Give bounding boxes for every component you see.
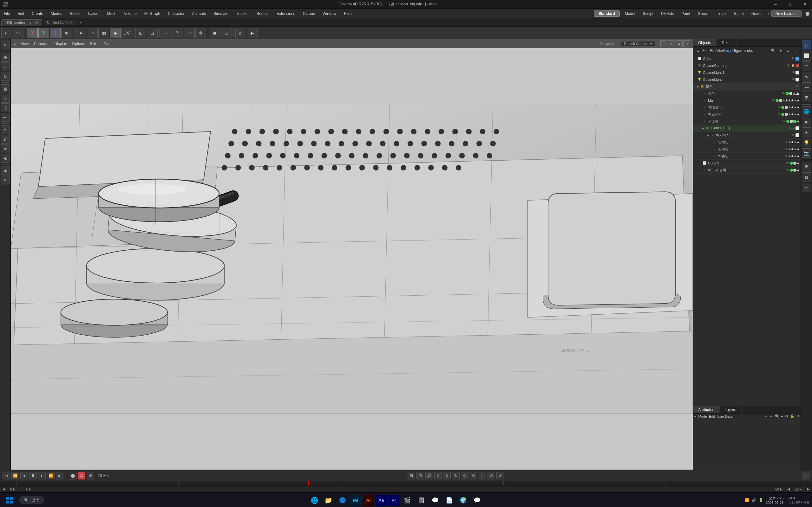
menu-window[interactable]: Window: [319, 9, 340, 18]
tl-key-btn[interactable]: ⊕: [87, 472, 94, 480]
attrs-gear-icon[interactable]: ⚙: [785, 414, 788, 418]
tl-extra7[interactable]: ⊘: [461, 472, 468, 480]
vp-cam-btn4[interactable]: ⊡: [683, 40, 690, 47]
is-material-icon[interactable]: ◈: [802, 127, 811, 137]
ob-sort[interactable]: ↕: [792, 47, 799, 54]
attrs-forward[interactable]: →: [769, 414, 773, 418]
add-layout-button[interactable]: +: [766, 11, 771, 16]
attrs-user-data[interactable]: User Data: [717, 414, 733, 418]
add-tab-button[interactable]: +: [77, 19, 84, 26]
tb-uv[interactable]: UV: [121, 28, 132, 38]
tl-play-stop[interactable]: ⏸: [29, 472, 37, 480]
obj-block-group[interactable]: ▶ ⊞ 블록 👁: [693, 83, 801, 90]
tb-cinema4d[interactable]: 🎬: [401, 494, 414, 507]
tb-explorer[interactable]: 📁: [322, 494, 335, 507]
attrs-mode[interactable]: Mode: [698, 414, 707, 418]
menu-render[interactable]: Render: [253, 9, 273, 18]
tb-kakaotalk[interactable]: 💬: [429, 494, 442, 507]
tb-select-box[interactable]: □: [221, 28, 232, 38]
is-render-icon[interactable]: ▶: [802, 117, 811, 126]
attrs-edit[interactable]: Edit: [709, 414, 715, 418]
toggle-switch[interactable]: ⬤: [803, 11, 812, 16]
window-controls[interactable]: ─ □ ✕: [768, 0, 812, 9]
tl-extra4[interactable]: ⊕: [434, 472, 442, 480]
start-button[interactable]: [3, 493, 16, 507]
tb-snap2[interactable]: ⊡: [147, 28, 158, 38]
tl-extra6[interactable]: ↻: [452, 472, 460, 480]
obj-mw-vis[interactable]: 👁: [777, 112, 780, 116]
ob-add[interactable]: +: [777, 47, 784, 54]
menu-mesh[interactable]: Mesh: [103, 9, 120, 18]
tl-next-frame[interactable]: ⏩: [47, 472, 55, 480]
menu-file[interactable]: File: [0, 9, 14, 18]
lt-polygon[interactable]: ▦: [1, 84, 10, 93]
menu-tracker[interactable]: Tracker: [232, 9, 252, 18]
tl-extra1[interactable]: ⊞: [408, 472, 415, 480]
is-spline-icon[interactable]: ∿: [802, 72, 811, 81]
obj-emoji-vis[interactable]: 👁: [786, 168, 789, 172]
is-generator-icon[interactable]: ⊞: [802, 93, 811, 102]
vp-cam-btn3[interactable]: ●: [676, 40, 682, 47]
fb-zoom-left[interactable]: ◀: [787, 487, 790, 491]
layout-nodes[interactable]: Nodes: [748, 9, 766, 18]
tab-objects[interactable]: Objects: [693, 39, 716, 46]
menu-animate[interactable]: Animate: [189, 9, 210, 18]
obj-cat-vis[interactable]: 👁: [777, 106, 780, 109]
tl-extra5[interactable]: ⊗: [443, 472, 451, 480]
ob-bookmarks[interactable]: Bookmarks: [740, 47, 747, 54]
obj-contacts[interactable]: ▫ 구소록 👁: [693, 118, 801, 125]
obj-octane-light[interactable]: 💡 OctaneLight 👁: [693, 76, 801, 83]
lt-scale[interactable]: ⤢: [1, 62, 10, 71]
file-tab-1[interactable]: 메일_motion_ing... ✕: [1, 19, 42, 26]
obj-emoji-block[interactable]: ▫ 이모지 블록 👁: [693, 167, 801, 174]
tb-z-axis[interactable]: Z: [50, 28, 61, 38]
vp-cameras-menu[interactable]: Cameras: [34, 42, 49, 46]
tb-photoshop[interactable]: Ps: [350, 495, 362, 506]
tb-y-axis[interactable]: Y: [38, 28, 49, 38]
tb-chat[interactable]: 💬: [471, 494, 484, 507]
is-pencil-icon[interactable]: ✏: [802, 183, 811, 192]
vp-panel-menu[interactable]: Panel: [104, 42, 113, 46]
tl-to-end[interactable]: ⏭: [56, 472, 63, 480]
tl-record-btn[interactable]: ⬤: [69, 472, 77, 480]
menu-layout[interactable]: Layout: [84, 9, 103, 18]
tb-move[interactable]: ↔: [161, 28, 172, 38]
obj-p2-vis[interactable]: 👁: [784, 147, 788, 151]
is-object-icon[interactable]: ⬡: [802, 41, 811, 50]
is-light-icon[interactable]: 💡: [802, 138, 811, 147]
obj-mail[interactable]: ▫ Mail 👁: [693, 97, 801, 104]
menu-volume[interactable]: Volume: [120, 9, 141, 18]
menu-create[interactable]: Create: [28, 9, 47, 18]
tray-wifi[interactable]: 📶: [745, 498, 749, 502]
is-globe-icon[interactable]: 🌐: [802, 107, 811, 116]
obj-l-vis[interactable]: 👁: [792, 78, 795, 81]
vp-options-menu[interactable]: Options: [72, 42, 85, 46]
fb-arrow-left[interactable]: ◀: [3, 487, 5, 491]
attrs-refresh-icon[interactable]: ↺: [797, 414, 799, 418]
system-clock[interactable]: 오후 7:25 2023-09-16: [766, 496, 783, 504]
obj-category[interactable]: ▫ 카테고리 👁: [693, 104, 801, 111]
attrs-search-icon[interactable]: 🔍: [775, 414, 779, 418]
menu-simulate[interactable]: Simulate: [210, 9, 233, 18]
tb-word[interactable]: 📄: [443, 494, 455, 507]
tl-extra10[interactable]: ⊙: [488, 472, 495, 480]
tl-extra2[interactable]: ⊡: [416, 472, 424, 480]
obj-mail-vis[interactable]: 👁: [772, 99, 775, 102]
obj-octane-light1[interactable]: 💡 OctaneLight.1 👁: [693, 69, 801, 76]
tb-transform[interactable]: ✥: [195, 28, 206, 38]
tl-extra9[interactable]: ↔: [478, 472, 486, 480]
tb-scale[interactable]: ⤢: [184, 28, 195, 38]
tb-snap[interactable]: ⊞: [136, 28, 146, 38]
vp-display-menu[interactable]: Display: [55, 42, 67, 46]
vp-view-menu[interactable]: View: [20, 42, 29, 46]
menu-help[interactable]: Help: [340, 9, 356, 18]
tl-expand[interactable]: ⤢: [802, 472, 809, 480]
obj-cube[interactable]: ⬜ Cube 👁: [693, 55, 801, 62]
lt-material[interactable]: ◈: [1, 166, 10, 175]
obj-from[interactable]: ▶ ▫ 이거에서 👁: [693, 132, 801, 139]
tab-layers[interactable]: Layers: [720, 406, 742, 413]
obj-cloner[interactable]: ▶ ⊞ Cloner_아래 👁 ✓: [693, 125, 801, 132]
tab-attributes[interactable]: Attributes: [693, 406, 720, 413]
fb-arrow-right[interactable]: ▶: [807, 487, 809, 491]
obj-l1-vis[interactable]: 👁: [792, 71, 795, 74]
